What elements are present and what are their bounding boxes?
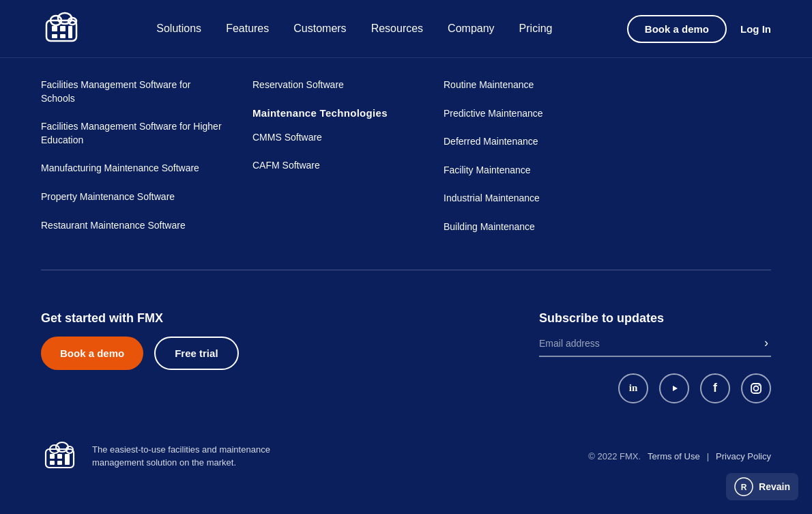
- nav-item-solutions[interactable]: Solutions: [156, 23, 201, 35]
- col3-link-2[interactable]: Deferred Maintenance: [444, 135, 635, 149]
- youtube-icon[interactable]: [659, 373, 689, 403]
- svg-marker-10: [673, 386, 678, 391]
- get-started-area: Get started with FMX Book a demo Free tr…: [41, 311, 239, 370]
- svg-rect-16: [57, 454, 62, 459]
- svg-rect-1: [52, 26, 57, 31]
- col3-links: Routine Maintenance Predictive Maintenan…: [444, 78, 635, 249]
- nav-item-features[interactable]: Features: [226, 23, 269, 35]
- col3-link-0[interactable]: Routine Maintenance: [444, 78, 635, 92]
- footer-tagline: The easiest-to-use facilities and mainte…: [92, 443, 324, 470]
- svg-rect-19: [65, 454, 70, 465]
- email-input[interactable]: [539, 335, 762, 352]
- svg-rect-4: [60, 34, 66, 38]
- footer-free-trial-button[interactable]: Free trial: [154, 337, 238, 370]
- instagram-icon[interactable]: [741, 373, 771, 403]
- revain-badge[interactable]: R Revain: [726, 473, 798, 500]
- nav-item-company[interactable]: Company: [448, 23, 494, 35]
- svg-rect-17: [50, 461, 55, 465]
- copyright-text: © 2022 FMX.: [588, 451, 641, 461]
- revain-icon: R: [734, 477, 753, 496]
- columns-wrapper: Facilities Management Software for Schoo…: [41, 78, 771, 249]
- main-content: Facilities Management Software for Schoo…: [0, 58, 812, 270]
- logo-area: [41, 8, 82, 49]
- col3-link-3[interactable]: Facility Maintenance: [444, 164, 635, 177]
- header-book-demo-button[interactable]: Book a demo: [627, 15, 727, 43]
- section-divider: [41, 270, 771, 270]
- svg-point-12: [754, 386, 759, 390]
- footer-section: Get started with FMX Book a demo Free tr…: [0, 291, 812, 496]
- footer-fmx-logo: [41, 438, 78, 475]
- header-actions: Book a demo Log In: [627, 15, 771, 43]
- header-login-button[interactable]: Log In: [740, 23, 771, 35]
- svg-rect-2: [60, 26, 66, 31]
- footer-bottom: The easiest-to-use facilities and mainte…: [41, 424, 771, 475]
- linkedin-icon[interactable]: in: [618, 373, 648, 403]
- fmx-logo: [41, 8, 82, 49]
- svg-point-13: [759, 384, 760, 386]
- svg-rect-18: [57, 461, 62, 465]
- revain-label: Revain: [759, 481, 790, 492]
- col1-links: Facilities Management Software for Schoo…: [41, 78, 252, 249]
- nav-item-pricing[interactable]: Pricing: [519, 23, 553, 35]
- svg-rect-15: [50, 454, 55, 459]
- facebook-icon[interactable]: f: [700, 373, 730, 403]
- col2-link-reservation[interactable]: Reservation Software: [252, 78, 416, 92]
- footer-top: Get started with FMX Book a demo Free tr…: [41, 311, 771, 403]
- subscribe-title: Subscribe to updates: [539, 311, 771, 326]
- header: Solutions Features Customers Resources C…: [0, 0, 812, 58]
- col2-link-cafm[interactable]: CAFM Software: [252, 159, 416, 173]
- email-submit-button[interactable]: ›: [762, 336, 771, 350]
- col1-link-1[interactable]: Facilities Management Software for Highe…: [41, 120, 225, 147]
- social-icons: in f: [539, 373, 771, 403]
- svg-text:R: R: [741, 483, 747, 492]
- col1-link-2[interactable]: Manufacturing Maintenance Software: [41, 162, 225, 175]
- footer-book-demo-button[interactable]: Book a demo: [41, 337, 143, 370]
- nav-item-customers[interactable]: Customers: [293, 23, 346, 35]
- privacy-policy-link[interactable]: Privacy Policy: [716, 451, 771, 461]
- svg-rect-3: [52, 34, 57, 38]
- terms-of-use-link[interactable]: Terms of Use: [648, 451, 700, 461]
- col3-link-1[interactable]: Predictive Maintenance: [444, 107, 635, 121]
- col1-link-4[interactable]: Restaurant Maintenance Software: [41, 219, 225, 233]
- col3-link-5[interactable]: Building Maintenance: [444, 220, 635, 234]
- footer-legal: © 2022 FMX. Terms of Use | Privacy Polic…: [588, 451, 771, 461]
- footer-logo-area: The easiest-to-use facilities and mainte…: [41, 438, 324, 475]
- col2-section-heading: Maintenance Technologies: [252, 107, 416, 119]
- cta-buttons: Book a demo Free trial: [41, 337, 239, 370]
- svg-rect-5: [68, 26, 72, 38]
- subscribe-area: Subscribe to updates › in f: [539, 311, 771, 403]
- main-nav: Solutions Features Customers Resources C…: [156, 23, 552, 35]
- col1-link-0[interactable]: Facilities Management Software for Schoo…: [41, 78, 225, 105]
- email-input-wrapper: ›: [539, 335, 771, 357]
- col2-link-cmms[interactable]: CMMS Software: [252, 131, 416, 145]
- get-started-title: Get started with FMX: [41, 311, 239, 326]
- col3-link-4[interactable]: Industrial Maintenance: [444, 192, 635, 205]
- nav-item-resources[interactable]: Resources: [371, 23, 423, 35]
- legal-separator: |: [707, 451, 709, 461]
- col1-link-3[interactable]: Property Maintenance Software: [41, 190, 225, 204]
- col2-links: Reservation Software Maintenance Technol…: [252, 78, 444, 249]
